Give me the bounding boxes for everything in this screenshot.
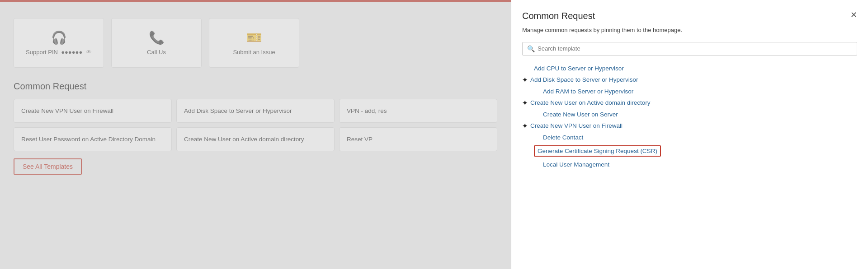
eye-icon[interactable]: 👁 <box>86 49 92 56</box>
quick-cards-row: 🎧 Support PIN ●●●●●● 👁 📞 Call Us 🎫 Submi… <box>14 18 497 68</box>
template-link[interactable]: Create New VPN User on Firewall <box>530 122 623 129</box>
template-list-item[interactable]: ✦Add Disk Space to Server or Hypervisor <box>522 74 855 86</box>
support-pin-card[interactable]: 🎧 Support PIN ●●●●●● 👁 <box>14 18 104 68</box>
search-icon: 🔍 <box>527 45 535 52</box>
headset-icon: 🎧 <box>51 30 67 45</box>
pin-icon: ✦ <box>522 122 528 130</box>
template-link[interactable]: Local User Management <box>543 161 609 168</box>
request-grid: Create New VPN User on Firewall Add Disk… <box>14 99 497 151</box>
panel-title: Common Request <box>522 11 595 21</box>
template-list-item[interactable]: Create New User on Server <box>531 109 855 120</box>
request-item-1[interactable]: Add Disk Space to Server or Hypervisor <box>176 99 335 123</box>
template-link[interactable]: Delete Contact <box>543 134 583 141</box>
template-link[interactable]: Add CPU to Server or Hypervisor <box>534 65 624 72</box>
template-link[interactable]: Add RAM to Server or Hypervisor <box>543 88 633 95</box>
see-all-templates-button[interactable]: See All Templates <box>14 158 82 175</box>
template-link[interactable]: Add Disk Space to Server or Hypervisor <box>530 76 638 83</box>
common-request-panel: Common Request ✕ Manage common requests … <box>511 0 868 269</box>
request-item-3[interactable]: Reset User Password on Active Directory … <box>14 127 172 151</box>
template-list-item[interactable]: Local User Management <box>531 159 855 170</box>
main-content: 🎧 Support PIN ●●●●●● 👁 📞 Call Us 🎫 Submi… <box>0 0 511 269</box>
call-us-card[interactable]: 📞 Call Us <box>111 18 202 68</box>
call-us-label: Call Us <box>147 49 166 56</box>
template-list-item[interactable]: ✦Create New VPN User on Firewall <box>522 120 855 132</box>
template-list-item[interactable]: Add RAM to Server or Hypervisor <box>531 86 855 97</box>
request-item-4[interactable]: Create New User on Active domain directo… <box>176 127 335 151</box>
template-list-item[interactable]: ✦Create New User on Active domain direct… <box>522 97 855 109</box>
submit-issue-card[interactable]: 🎫 Submit an Issue <box>209 18 299 68</box>
request-item-0[interactable]: Create New VPN User on Firewall <box>14 99 172 123</box>
template-list-item[interactable]: Generate Certificate Signing Request (CS… <box>522 143 855 159</box>
panel-description: Manage common requests by pinning them t… <box>522 26 857 35</box>
request-item-5[interactable]: Reset VP <box>339 127 497 151</box>
request-item-2[interactable]: VPN - add, res <box>339 99 497 123</box>
template-link[interactable]: Create New User on Active domain directo… <box>530 99 651 106</box>
ticket-icon: 🎫 <box>246 30 262 45</box>
template-list: Add CPU to Server or Hypervisor✦Add Disk… <box>522 63 857 262</box>
template-list-item[interactable]: Delete Contact <box>531 132 855 143</box>
support-pin-label: Support PIN ●●●●●● 👁 <box>26 49 92 56</box>
search-template-input[interactable] <box>538 45 852 52</box>
phone-icon: 📞 <box>149 30 165 45</box>
common-request-section-title: Common Request <box>14 81 497 92</box>
top-bar <box>0 0 511 2</box>
close-panel-button[interactable]: ✕ <box>850 11 857 19</box>
template-link[interactable]: Create New User on Server <box>543 111 618 118</box>
pin-icon: ✦ <box>522 76 528 83</box>
template-link-highlighted[interactable]: Generate Certificate Signing Request (CS… <box>534 145 661 157</box>
submit-issue-label: Submit an Issue <box>233 49 275 56</box>
pin-icon: ✦ <box>522 99 528 107</box>
search-box[interactable]: 🔍 <box>522 42 857 56</box>
panel-header: Common Request ✕ <box>522 11 857 21</box>
template-list-item[interactable]: Add CPU to Server or Hypervisor <box>522 63 855 74</box>
